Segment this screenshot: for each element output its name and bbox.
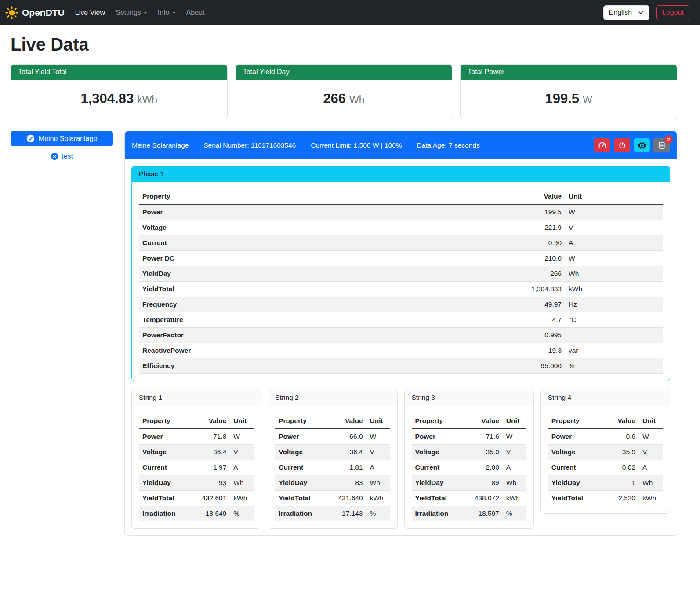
chevron-down-icon [638,10,644,15]
property-cell: YieldDay [548,475,603,491]
value-cell: 71.6 [467,429,503,445]
property-cell: Current [139,235,504,251]
value-cell: 0.995 [504,328,565,343]
value-cell: 19.3 [504,343,565,358]
unit-column-header: Unit [366,413,390,429]
inverter-data-age: Data Age: 7 seconds [417,141,480,149]
navbar: OpenDTU Live View Settings Info About En… [0,0,700,25]
table-row: Voltage36.4V [275,445,390,460]
string-table: Property Value Unit Power66.0WVoltage36.… [275,413,390,521]
limit-settings-button[interactable] [594,138,610,152]
unit-cell: W [230,429,254,445]
table-row: YieldTotal438.072kWh [412,491,526,506]
value-cell: 2.00 [467,460,503,475]
table-row: PowerFactor0.995 [139,328,663,343]
unit-cell: W [565,251,663,266]
sun-icon [5,6,18,19]
property-cell: Voltage [412,445,467,460]
property-cell: Power [139,204,504,220]
value-cell: 221.9 [504,220,565,235]
value-cell: 18.649 [194,506,230,521]
brand[interactable]: OpenDTU [5,6,65,19]
value-cell: 1 [603,475,639,491]
unit-cell: kWh [230,491,254,506]
property-cell: Current [412,460,467,475]
property-cell: Voltage [275,445,330,460]
nav-item-live-view[interactable]: Live View [70,5,110,20]
value-column-header: Value [467,413,503,429]
language-select[interactable]: English [603,5,649,20]
table-row: YieldDay93Wh [139,475,254,491]
unit-cell: Wh [230,475,254,491]
summary-card-title: Total Yield Total [11,65,227,80]
string-table-body: Power71.8WVoltage36.4VCurrent1.97AYieldD… [139,429,254,521]
inverter-select-button[interactable]: Meine Solaranlage [11,131,113,146]
summary-cards: Total Yield Total 1,304.83kWh Total Yiel… [11,64,677,119]
phase-table: Property Value Unit Power199.5WVoltage22… [139,189,663,374]
string-table: Property Value Unit Power71.6WVoltage35.… [412,413,526,521]
property-cell: Power DC [139,251,504,266]
x-circle-icon [51,152,58,160]
phase-body: Property Value Unit Power199.5WVoltage22… [132,182,670,381]
cpu-icon [638,141,646,149]
page-content: Live Data Total Yield Total 1,304.83kWh … [0,35,700,546]
property-cell: PowerFactor [139,328,504,343]
logout-button[interactable]: Logout [656,5,689,20]
property-cell: Voltage [548,445,603,460]
table-row: YieldTotal432.601kWh [139,491,254,506]
table-row: YieldTotal1,304.833kWh [139,282,663,297]
power-settings-button[interactable] [614,138,630,152]
property-cell: Voltage [139,445,194,460]
value-cell: 36.4 [330,445,366,460]
property-column-header: Property [139,413,194,429]
nav-item-info[interactable]: Info [152,5,181,20]
unit-column-header: Unit [503,413,526,429]
table-row: YieldTotal2.520kWh [548,491,663,506]
journal-icon [658,141,666,149]
property-cell: Irradiation [275,506,330,521]
value-column-header: Value [194,413,230,429]
device-info-button[interactable] [634,138,650,152]
summary-card-unit: W [583,94,592,105]
inverter-item-test[interactable]: test [11,152,113,161]
value-cell: 0.02 [603,460,639,475]
table-row: Irradiation18.597% [412,506,526,521]
unit-cell: % [565,358,663,374]
table-row: ReactivePower19.3var [139,343,663,358]
unit-cell: A [565,235,663,251]
table-row: Power71.6W [412,429,526,445]
string-table: Property Value Unit Power0.6WVoltage35.9… [548,413,663,506]
value-cell: 199.5 [504,204,565,220]
value-cell: 17.143 [330,506,366,521]
value-cell: 0.90 [504,235,565,251]
summary-card-title: Total Power [461,65,677,80]
value-cell: 0.6 [603,429,639,445]
nav-item-about[interactable]: About [181,5,210,20]
property-cell: ReactivePower [139,343,504,358]
table-row: Current1.97A [139,460,254,475]
value-column-header: Value [330,413,366,429]
unit-cell: % [366,506,390,521]
unit-cell: Hz [565,297,663,312]
event-count-badge: 2 [664,135,673,144]
value-cell: 71.8 [194,429,230,445]
inverter-name: Meine Solaranlage [132,141,189,149]
unit-cell: V [565,220,663,235]
event-log-button[interactable]: 2 [653,138,670,152]
unit-column-header: Unit [565,189,663,204]
table-row: YieldDay89Wh [412,475,526,491]
chevron-down-icon [172,12,176,14]
phase-table-body: Power199.5WVoltage221.9VCurrent0.90APowe… [139,204,663,374]
value-cell: 1,304.833 [504,282,565,297]
table-row: Temperature4.7°C [139,312,663,328]
property-cell: Efficiency [139,358,504,374]
unit-cell: Wh [639,475,663,491]
power-icon [618,141,626,149]
string-card-title: String 4 [541,389,670,406]
unit-cell: V [503,445,526,460]
inverter-select-label: Meine Solaranlage [39,135,97,143]
nav-item-settings[interactable]: Settings [110,5,152,20]
check-circle-icon [26,134,35,143]
table-header-row: Property Value Unit [139,189,663,204]
property-cell: Voltage [139,220,504,235]
